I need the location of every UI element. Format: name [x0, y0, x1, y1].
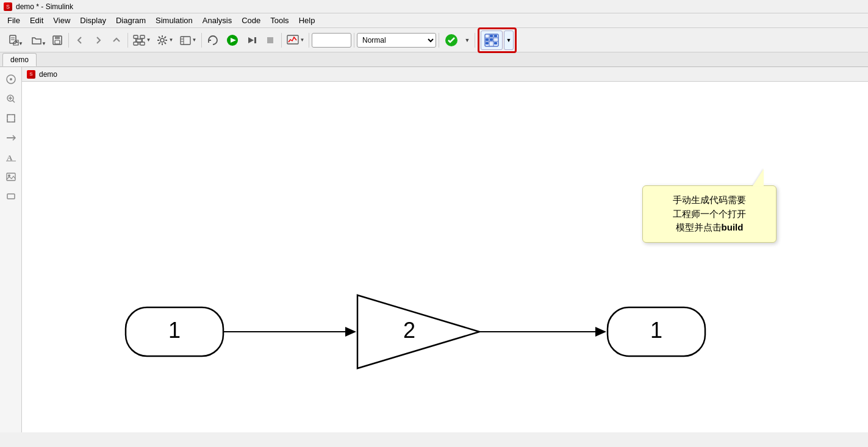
menu-display[interactable]: Display: [75, 15, 111, 26]
image-tool[interactable]: [2, 168, 20, 185]
window-title: demo * - Simulink: [16, 2, 73, 11]
menu-tools[interactable]: Tools: [265, 15, 293, 26]
zoom-in-tool[interactable]: [2, 90, 20, 107]
simulation-mode-select[interactable]: Normal Accelerator Rapid Accelerator Sof…: [357, 33, 436, 48]
breadcrumb-label: demo: [39, 70, 57, 79]
menu-simulation[interactable]: Simulation: [151, 15, 198, 26]
menu-bar: File Edit View Display Diagram Simulatio…: [0, 13, 868, 28]
svg-rect-5: [55, 36, 60, 39]
menu-file[interactable]: File: [2, 15, 25, 26]
sep6: [354, 33, 354, 48]
check-arrow-button[interactable]: ▼: [462, 32, 472, 49]
menu-analysis[interactable]: Analysis: [198, 15, 237, 26]
text-tool[interactable]: A: [2, 149, 20, 166]
breadcrumb-icon: S: [27, 70, 35, 79]
menu-code[interactable]: Code: [237, 15, 265, 26]
left-sidebar: A: [0, 67, 22, 432]
fit-tool[interactable]: [2, 110, 20, 127]
svg-marker-55: [357, 295, 479, 368]
signal-tool[interactable]: [2, 129, 20, 146]
svg-rect-32: [490, 35, 493, 37]
diagram-svg: 1 2 1: [22, 82, 868, 432]
library-button[interactable]: ▼: [177, 32, 199, 49]
navigate-tool[interactable]: [2, 71, 20, 88]
save-button[interactable]: [49, 32, 66, 49]
back-button[interactable]: [71, 32, 88, 49]
svg-marker-57: [595, 327, 606, 337]
forward-button[interactable]: [90, 32, 107, 49]
menu-view[interactable]: View: [48, 15, 75, 26]
svg-rect-23: [254, 37, 256, 43]
sep4: [281, 33, 282, 48]
toolbar: ▼ ▼ ▼: [0, 28, 868, 52]
svg-rect-51: [7, 194, 15, 199]
sep5: [309, 33, 309, 48]
simulation-time-input[interactable]: 10.0: [312, 33, 351, 48]
update-diagram-button[interactable]: [204, 32, 221, 49]
svg-rect-37: [486, 42, 489, 45]
svg-rect-35: [490, 38, 493, 41]
menu-diagram[interactable]: Diagram: [111, 15, 151, 26]
run-button[interactable]: [223, 32, 242, 49]
sep2: [127, 33, 128, 48]
step-forward-button[interactable]: [243, 32, 260, 49]
block1-label: 1: [168, 318, 181, 343]
tab-demo[interactable]: demo: [2, 53, 37, 66]
open-button[interactable]: ▼: [26, 32, 48, 49]
svg-rect-34: [486, 38, 489, 41]
svg-marker-54: [345, 327, 356, 337]
main-canvas: S demo 1 2 1: [22, 67, 868, 432]
up-button[interactable]: [108, 32, 125, 49]
sep3: [201, 33, 202, 48]
title-bar: S demo * - Simulink: [0, 0, 868, 13]
svg-rect-11: [140, 42, 145, 45]
canvas-area: A S demo 1 2: [0, 67, 868, 432]
model-settings-button[interactable]: ▼: [131, 32, 152, 49]
rectangle-tool[interactable]: [2, 188, 20, 205]
block2-label: 2: [403, 318, 415, 343]
block3-label: 1: [650, 318, 662, 343]
svg-rect-33: [494, 35, 497, 37]
sep1: [68, 33, 69, 48]
sep8: [475, 33, 475, 48]
new-button[interactable]: ▼: [2, 32, 24, 49]
menu-edit[interactable]: Edit: [25, 15, 48, 26]
svg-rect-6: [55, 40, 60, 44]
canvas-breadcrumb: S demo: [22, 67, 868, 82]
app-icon: S: [4, 2, 12, 11]
check-button[interactable]: [442, 32, 461, 49]
svg-rect-36: [494, 42, 497, 45]
stop-button[interactable]: [262, 32, 279, 49]
svg-rect-16: [181, 37, 190, 45]
scope-button[interactable]: ▼: [284, 32, 306, 49]
tab-bar: demo: [0, 52, 868, 67]
svg-rect-8: [140, 35, 145, 38]
build-button[interactable]: [481, 30, 503, 50]
svg-rect-9: [137, 39, 142, 42]
svg-line-41: [12, 101, 15, 103]
menu-help[interactable]: Help: [294, 15, 320, 26]
svg-rect-7: [134, 35, 138, 38]
svg-marker-22: [248, 37, 254, 43]
gear-button[interactable]: ▼: [154, 32, 176, 49]
sep7: [439, 33, 439, 48]
svg-point-15: [160, 38, 164, 42]
svg-rect-44: [7, 115, 15, 122]
svg-point-39: [10, 78, 12, 80]
build-dropdown-arrow[interactable]: ▼: [504, 30, 514, 50]
svg-rect-10: [134, 42, 138, 45]
diagram: 1 2 1 手动生成代码需要工程师一个个打开模型并点击build: [22, 82, 868, 432]
callout-tooltip: 手动生成代码需要工程师一个个打开模型并点击build: [642, 185, 777, 243]
svg-rect-24: [267, 37, 273, 43]
build-button-area: ▼: [478, 27, 517, 53]
